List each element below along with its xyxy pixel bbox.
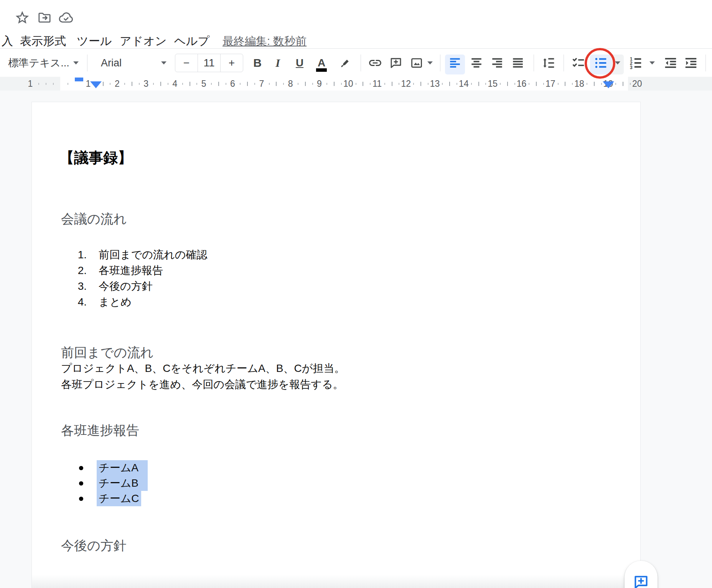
bullet-dot — [79, 481, 83, 486]
ruler-tick — [514, 83, 515, 85]
ruler-tick — [68, 83, 68, 85]
ruler-tick — [190, 82, 190, 86]
ruler-tick — [543, 83, 544, 85]
ruler-tick — [341, 83, 342, 85]
heading-previous: 前回までの流れ — [61, 344, 153, 362]
ruler-tick — [507, 82, 508, 86]
ruler-tick — [558, 83, 559, 85]
ruler-tick — [356, 83, 356, 85]
font-value: Arial — [101, 57, 122, 69]
ruler-tick — [160, 82, 161, 86]
ruler-number: 13 — [430, 79, 440, 89]
text-color-button[interactable]: A — [318, 57, 325, 69]
bulleted-list-button[interactable] — [593, 56, 608, 70]
numbered-list-button[interactable]: 123 — [628, 56, 643, 70]
right-indent-marker[interactable] — [603, 81, 614, 88]
list-item: チームC — [32, 491, 640, 506]
ruler-tick — [326, 83, 327, 85]
list-item: チームB — [32, 476, 640, 491]
numbered-list-dropdown-icon[interactable] — [649, 61, 655, 64]
ruler-number: 9 — [317, 79, 322, 89]
ruler-number: 1 — [28, 79, 33, 89]
align-left-button[interactable] — [448, 56, 462, 70]
paragraph-style-selector[interactable]: 標準テキス... — [8, 56, 69, 70]
ruler-tick — [370, 83, 371, 85]
checklist-button[interactable] — [571, 56, 586, 70]
ruler-number: 15 — [488, 79, 498, 89]
ruler-tick — [413, 83, 414, 85]
ruler-tick — [211, 83, 212, 85]
svg-text:3: 3 — [630, 64, 633, 70]
ruler-tick — [53, 83, 54, 85]
ruler-tick — [132, 82, 132, 86]
decrease-indent-button[interactable] — [663, 56, 678, 70]
ruler-number: 3 — [143, 79, 148, 89]
list-marker: 3. — [68, 278, 87, 294]
ruler-number: 11 — [372, 79, 382, 89]
underline-button[interactable]: U — [296, 57, 303, 69]
document-page[interactable]: 【議事録】 会議の流れ 1. 前回までの流れの確認 2. 各班進捗報告 3. 今… — [31, 102, 641, 588]
insert-image-dropdown-icon[interactable] — [427, 61, 433, 64]
ruler-number: 14 — [459, 79, 469, 89]
insert-image-button[interactable] — [410, 56, 424, 70]
align-justify-button[interactable] — [511, 56, 525, 70]
move-folder-icon[interactable] — [36, 9, 53, 26]
ruler-tick — [428, 83, 429, 85]
menu-item-format[interactable]: 表示形式 — [20, 34, 66, 48]
cloud-saved-icon[interactable] — [58, 9, 74, 26]
menu-item-insert-clipped[interactable]: 入 — [2, 34, 13, 48]
paragraph-style-dropdown-icon[interactable] — [73, 61, 79, 64]
increase-font-size-button[interactable]: + — [221, 54, 243, 72]
ruler-number: 20 — [632, 79, 642, 89]
ruler-tick — [399, 83, 399, 85]
font-size-input[interactable]: 11 — [198, 54, 221, 72]
italic-button[interactable]: I — [275, 56, 280, 69]
floating-action-pill — [625, 561, 658, 588]
ruler-tick — [420, 82, 421, 86]
add-comment-button[interactable] — [389, 56, 403, 70]
font-selector[interactable]: Arial — [101, 57, 122, 69]
list-text: チームA — [99, 460, 138, 476]
menu-item-addons[interactable]: アドオン — [120, 34, 167, 48]
google-docs-window: 入 表示形式 ツール アドオン ヘルプ 最終編集: 数秒前 標準テキス... A… — [0, 0, 712, 588]
font-size-control: − 11 + — [175, 54, 243, 72]
ruler-tick — [363, 82, 363, 86]
menu-item-help[interactable]: ヘルプ — [174, 34, 209, 48]
ruler-tick — [384, 83, 385, 85]
menu-bar: 入 表示形式 ツール アドオン ヘルプ 最終編集: 数秒前 — [0, 34, 712, 48]
ruler-number: 6 — [230, 79, 235, 89]
ruler-tick — [168, 83, 168, 85]
list-item: 2. 各班進捗報告 — [32, 263, 640, 278]
list-item: 4. まとめ — [32, 294, 640, 310]
ruler-tick — [269, 83, 270, 85]
ruler-tick — [615, 83, 616, 85]
ruler-tick — [283, 83, 284, 85]
bold-button[interactable]: B — [253, 56, 262, 69]
ruler-tick — [254, 83, 255, 85]
menu-item-tools[interactable]: ツール — [77, 34, 112, 48]
last-edit-link[interactable]: 最終編集: 数秒前 — [222, 34, 307, 48]
increase-indent-button[interactable] — [684, 56, 698, 70]
document-canvas: 【議事録】 会議の流れ 1. 前回までの流れの確認 2. 各班進捗報告 3. 今… — [0, 91, 712, 588]
first-line-indent-marker[interactable] — [75, 78, 83, 81]
ruler-tick — [334, 82, 335, 86]
ruler-tick — [46, 83, 46, 85]
bullet-dot — [79, 466, 83, 470]
line-spacing-button[interactable] — [541, 56, 556, 70]
align-right-button[interactable] — [490, 56, 504, 70]
align-center-button[interactable] — [470, 56, 483, 70]
ruler-tick — [298, 83, 298, 85]
list-item: チームA — [32, 460, 640, 476]
left-indent-marker[interactable] — [90, 81, 102, 88]
bulleted-list-dropdown-icon[interactable] — [615, 61, 620, 64]
ruler-tick — [247, 82, 248, 86]
insert-link-button[interactable] — [368, 56, 382, 70]
ruler-tick — [500, 83, 501, 85]
ruler-tick — [630, 83, 631, 85]
highlight-color-button[interactable] — [338, 56, 352, 70]
star-icon[interactable] — [14, 9, 31, 26]
list-item: 1. 前回までの流れの確認 — [32, 247, 640, 263]
add-comment-floating-button[interactable] — [631, 572, 651, 588]
font-dropdown-icon[interactable] — [161, 61, 166, 64]
decrease-font-size-button[interactable]: − — [175, 54, 198, 72]
